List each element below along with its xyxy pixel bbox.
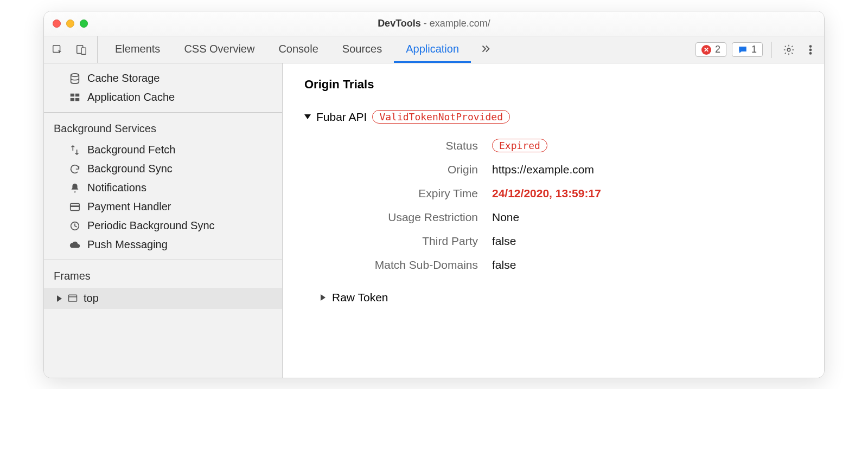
sidebar-item-frame-top[interactable]: top (44, 288, 282, 309)
sidebar-item-application-cache[interactable]: Application Cache (44, 88, 282, 107)
toolbar-divider (771, 42, 772, 58)
sidebar-item-notifications[interactable]: Notifications (44, 178, 282, 197)
panel-body: Cache Storage Application Cache Backgrou… (44, 63, 824, 378)
svg-point-5 (809, 49, 811, 50)
sidebar-item-periodic-background-sync[interactable]: Periodic Background Sync (44, 216, 282, 235)
application-sidebar: Cache Storage Application Cache Backgrou… (44, 63, 283, 378)
sync-icon (69, 163, 81, 175)
frame-label: top (84, 292, 99, 305)
kv-val-origin: https://example.com (492, 163, 802, 176)
sidebar-item-label: Background Sync (87, 163, 173, 175)
kv-val-status: Expired (492, 139, 802, 152)
sidebar-item-label: Payment Handler (87, 201, 171, 213)
tab-application[interactable]: Application (394, 36, 471, 63)
tab-css-overview[interactable]: CSS Overview (172, 36, 266, 63)
cloud-icon (69, 239, 81, 251)
collapse-triangle-icon (304, 114, 311, 119)
sidebar-item-payment-handler[interactable]: Payment Handler (44, 197, 282, 216)
kv-key-third-party: Third Party (337, 235, 478, 248)
message-icon (738, 45, 748, 55)
svg-rect-13 (71, 205, 80, 207)
kv-val-expiry: 24/12/2020, 13:59:17 (492, 187, 802, 200)
svg-rect-9 (75, 93, 79, 96)
error-count-badge[interactable]: ✕ 2 (695, 42, 726, 57)
devtools-window: DevTools - example.com/ Elements CSS Ove… (43, 11, 825, 378)
page-title: Origin Trials (304, 77, 802, 92)
clock-icon (69, 220, 81, 232)
raw-token-row[interactable]: Raw Token (321, 291, 802, 304)
chevron-double-right-icon (480, 43, 492, 55)
svg-rect-2 (81, 48, 86, 54)
tab-sources[interactable]: Sources (330, 36, 394, 63)
svg-point-6 (809, 52, 811, 54)
sidebar-item-label: Application Cache (87, 91, 175, 104)
sidebar-item-label: Periodic Background Sync (87, 219, 215, 232)
fetch-icon (69, 144, 81, 156)
kv-key-origin: Origin (337, 163, 478, 176)
svg-rect-8 (71, 93, 74, 96)
raw-token-label: Raw Token (332, 291, 388, 304)
message-count: 1 (751, 44, 757, 55)
sidebar-item-cache-storage[interactable]: Cache Storage (44, 69, 282, 88)
content-panel: Origin Trials Fubar API ValidTokenNotPro… (283, 63, 824, 378)
sidebar-item-push-messaging[interactable]: Push Messaging (44, 235, 282, 254)
kv-key-status: Status (337, 139, 478, 152)
kv-key-match-subdomains: Match Sub-Domains (337, 258, 478, 271)
database-icon (69, 73, 81, 85)
kebab-menu-icon (805, 44, 816, 56)
toolbar: Elements CSS Overview Console Sources Ap… (44, 36, 824, 63)
error-count: 2 (715, 44, 720, 55)
kv-val-match-subdomains: false (492, 258, 802, 271)
settings-button[interactable] (781, 42, 797, 58)
tabs-overflow-button[interactable] (471, 36, 500, 63)
frame-icon (67, 293, 78, 304)
window-title: DevTools - example.com/ (44, 18, 824, 29)
gear-icon (783, 44, 795, 56)
sidebar-item-background-fetch[interactable]: Background Fetch (44, 140, 282, 159)
sidebar-heading-background-services: Background Services (44, 118, 282, 140)
sidebar-item-label: Notifications (87, 182, 146, 194)
toolbar-tabs: Elements CSS Overview Console Sources Ap… (103, 36, 690, 63)
tab-console[interactable]: Console (266, 36, 330, 63)
inspect-element-icon[interactable] (49, 42, 66, 58)
message-count-badge[interactable]: 1 (732, 42, 763, 57)
sidebar-item-label: Push Messaging (87, 238, 168, 251)
svg-point-4 (809, 45, 811, 47)
expand-triangle-icon (57, 295, 62, 302)
sidebar-item-background-sync[interactable]: Background Sync (44, 159, 282, 178)
sidebar-divider (44, 260, 282, 260)
origin-trial-status-pill: ValidTokenNotProvided (372, 110, 510, 124)
credit-card-icon (69, 201, 81, 213)
kv-val-third-party: false (492, 235, 802, 248)
error-icon: ✕ (701, 45, 711, 55)
origin-trial-row[interactable]: Fubar API ValidTokenNotProvided (304, 110, 802, 124)
window-title-app: DevTools (378, 18, 421, 29)
tab-elements[interactable]: Elements (103, 36, 172, 63)
svg-rect-15 (69, 295, 77, 301)
kv-key-usage: Usage Restriction (337, 211, 478, 224)
svg-point-7 (71, 73, 79, 76)
origin-trial-name: Fubar API (316, 111, 367, 124)
window-title-page: example.com/ (430, 18, 490, 29)
sidebar-item-label: Background Fetch (87, 144, 175, 156)
sidebar-divider (44, 112, 282, 113)
origin-trial-details: Status Expired Origin https://example.co… (337, 139, 802, 271)
more-button[interactable] (802, 42, 819, 58)
expand-triangle-icon (321, 294, 326, 301)
device-toolbar-icon[interactable] (73, 42, 90, 58)
svg-point-3 (787, 48, 790, 51)
titlebar: DevTools - example.com/ (44, 11, 824, 36)
svg-rect-10 (71, 98, 74, 101)
kv-key-expiry: Expiry Time (337, 187, 478, 200)
sidebar-heading-frames: Frames (44, 266, 282, 288)
svg-rect-11 (75, 98, 79, 101)
sidebar-item-label: Cache Storage (87, 72, 159, 85)
bell-icon (69, 182, 81, 194)
kv-val-usage: None (492, 211, 802, 224)
grid-icon (69, 92, 81, 104)
